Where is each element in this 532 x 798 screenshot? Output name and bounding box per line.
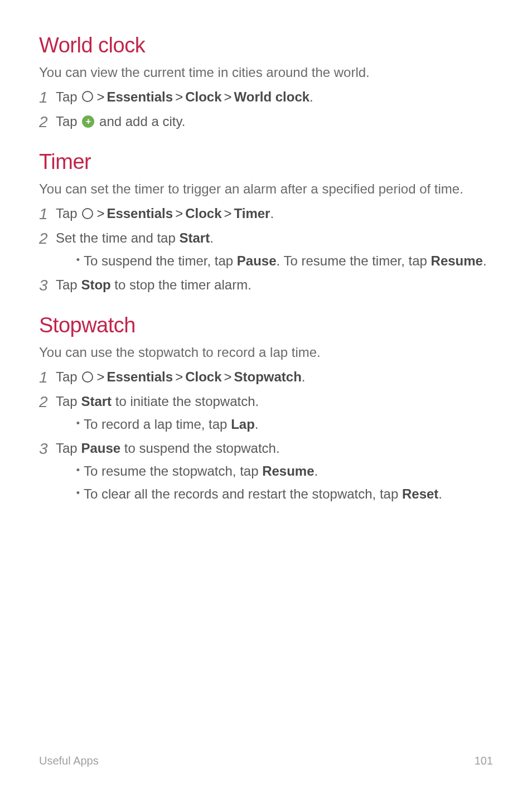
home-circle-icon	[82, 208, 93, 219]
step-t-2: 2 Set the time and tap Start. • To suspe…	[39, 229, 493, 271]
bullet-body: To resume the stopwatch, tap Resume.	[84, 462, 493, 481]
text-period: .	[270, 206, 274, 221]
text-period: .	[315, 463, 318, 478]
text-tap: Tap	[56, 89, 81, 104]
bullet-dot-icon: •	[72, 415, 84, 432]
home-circle-icon	[82, 371, 93, 383]
breadcrumb-separator: >	[96, 206, 104, 221]
breadcrumb-separator: >	[175, 369, 183, 384]
step-t-3: 3 Tap Stop to stop the timer alarm.	[39, 275, 493, 296]
breadcrumb-separator: >	[96, 89, 104, 104]
text-period: .	[483, 253, 487, 268]
label-reset: Reset	[402, 486, 438, 501]
intro-world-clock: You can view the current time in cities …	[39, 63, 493, 82]
step-body: Tap + and add a city.	[56, 112, 493, 132]
step-body: Tap Start to initiate the stopwatch. • T…	[56, 392, 493, 434]
text-tap: Tap	[56, 277, 81, 292]
bullet-body: To suspend the timer, tap Pause. To resu…	[84, 252, 493, 271]
breadcrumb-clock: Clock	[185, 369, 221, 384]
label-pause: Pause	[237, 253, 277, 268]
text-suspend-sw: to suspend the stopwatch.	[120, 441, 280, 456]
step-sw-3: 3 Tap Pause to suspend the stopwatch. • …	[39, 439, 493, 504]
section-stopwatch: Stopwatch You can use the stopwatch to r…	[39, 313, 493, 504]
step-body: Tap Stop to stop the timer alarm.	[56, 275, 493, 295]
step-number: 2	[39, 112, 56, 132]
bullet-item: • To clear all the records and restart t…	[72, 485, 493, 504]
text-tap: Tap	[56, 441, 81, 456]
home-circle-icon	[82, 91, 93, 102]
heading-stopwatch: Stopwatch	[39, 313, 493, 337]
text-clear-records: To clear all the records and restart the…	[84, 486, 402, 501]
label-lap: Lap	[231, 417, 255, 432]
text-initiate: to initiate the stopwatch.	[112, 394, 259, 409]
step-number: 3	[39, 439, 56, 459]
text-suspend: To suspend the timer, tap	[84, 253, 237, 268]
breadcrumb-essentials: Essentials	[107, 89, 173, 104]
step-sw-2: 2 Tap Start to initiate the stopwatch. •…	[39, 392, 493, 434]
step-body: Set the time and tap Start. • To suspend…	[56, 229, 493, 271]
page-footer: Useful Apps 101	[39, 755, 493, 767]
step-wc-2: 2 Tap + and add a city.	[39, 112, 493, 132]
step-wc-1: 1 Tap >Essentials>Clock>World clock.	[39, 88, 493, 108]
text-add-city: and add a city.	[95, 114, 185, 129]
text-tap: Tap	[56, 206, 81, 221]
label-start: Start	[179, 230, 210, 245]
section-timer: Timer You can set the timer to trigger a…	[39, 150, 493, 296]
breadcrumb-separator: >	[224, 369, 232, 384]
bullet-item: • To record a lap time, tap Lap.	[72, 415, 493, 434]
text-resume-pre: . To resume the timer, tap	[277, 253, 431, 268]
step-number: 1	[39, 204, 56, 224]
breadcrumb-timer: Timer	[234, 206, 270, 221]
footer-section-name: Useful Apps	[39, 755, 99, 767]
text-stop-timer: to stop the timer alarm.	[111, 277, 252, 292]
breadcrumb-essentials: Essentials	[107, 369, 173, 384]
text-tap: Tap	[56, 369, 81, 384]
section-world-clock: World clock You can view the current tim…	[39, 33, 493, 132]
heading-timer: Timer	[39, 150, 493, 174]
breadcrumb-world-clock: World clock	[234, 89, 310, 104]
step-number: 1	[39, 367, 56, 388]
footer-page-number: 101	[475, 755, 493, 767]
step-body: Tap >Essentials>Clock>Timer.	[56, 204, 493, 224]
bullet-dot-icon: •	[72, 485, 84, 502]
intro-stopwatch: You can use the stopwatch to record a la…	[39, 343, 493, 362]
text-set-time: Set the time and tap	[56, 230, 179, 245]
label-resume: Resume	[262, 463, 314, 478]
bullet-body: To clear all the records and restart the…	[84, 485, 493, 504]
intro-timer: You can set the timer to trigger an alar…	[39, 180, 493, 199]
label-stop: Stop	[81, 277, 110, 292]
text-period: .	[255, 417, 259, 432]
heading-world-clock: World clock	[39, 33, 493, 57]
step-number: 2	[39, 229, 56, 249]
breadcrumb-separator: >	[224, 206, 232, 221]
text-record-lap: To record a lap time, tap	[84, 417, 231, 432]
page-content: World clock You can view the current tim…	[0, 0, 532, 504]
bullet-item: • To resume the stopwatch, tap Resume.	[72, 462, 493, 481]
step-number: 1	[39, 88, 56, 108]
bullet-body: To record a lap time, tap Lap.	[84, 415, 493, 434]
step-t-1: 1 Tap >Essentials>Clock>Timer.	[39, 204, 493, 224]
bullet-dot-icon: •	[72, 462, 84, 479]
text-period: .	[302, 369, 306, 384]
step-sw-1: 1 Tap >Essentials>Clock>Stopwatch.	[39, 367, 493, 388]
step-body: Tap >Essentials>Clock>World clock.	[56, 88, 493, 107]
label-pause: Pause	[81, 441, 120, 456]
text-period: .	[210, 230, 214, 245]
step-number: 3	[39, 275, 56, 296]
text-tap: Tap	[56, 114, 81, 129]
breadcrumb-clock: Clock	[185, 206, 221, 221]
breadcrumb-clock: Clock	[185, 89, 221, 104]
breadcrumb-separator: >	[224, 89, 232, 104]
breadcrumb-separator: >	[175, 89, 183, 104]
step-body: Tap >Essentials>Clock>Stopwatch.	[56, 367, 493, 387]
add-plus-icon: +	[82, 115, 94, 128]
text-period: .	[438, 486, 442, 501]
bullet-dot-icon: •	[72, 252, 84, 269]
label-resume: Resume	[431, 253, 483, 268]
breadcrumb-stopwatch: Stopwatch	[234, 369, 302, 384]
step-body: Tap Pause to suspend the stopwatch. • To…	[56, 439, 493, 504]
breadcrumb-separator: >	[175, 206, 183, 221]
text-resume-sw: To resume the stopwatch, tap	[84, 463, 262, 478]
breadcrumb-separator: >	[96, 369, 104, 384]
text-period: .	[309, 89, 313, 104]
